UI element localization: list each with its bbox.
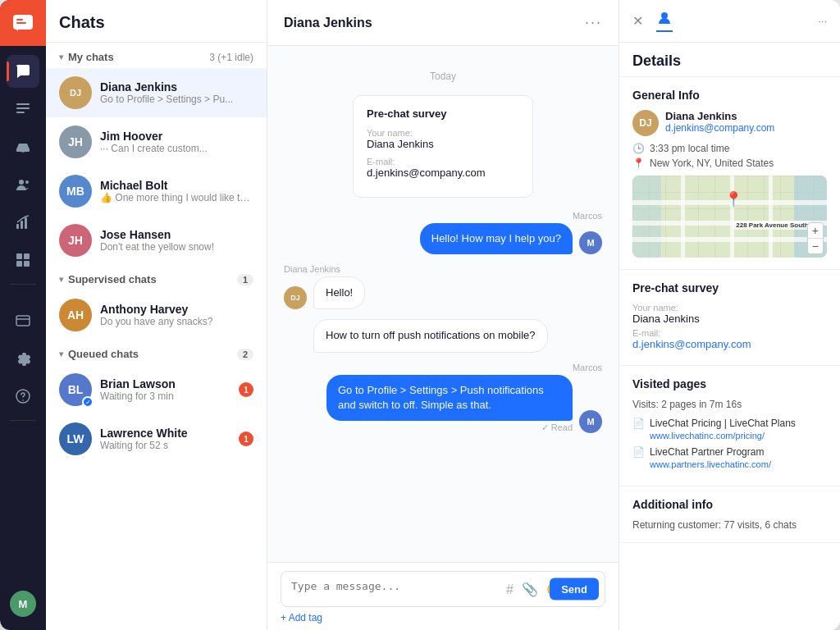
sidebar: Chats ▾ My chats 3 (+1 idle) DJ Diana Je…	[46, 0, 267, 630]
apps-icon	[15, 252, 31, 268]
badge-lawrence: 1	[239, 431, 253, 446]
visited-page-url-2[interactable]: www.partners.livechatinc.com/	[650, 459, 771, 469]
page-icon-2: 📄	[632, 446, 645, 458]
nav-item-apps[interactable]	[7, 244, 39, 276]
chat-preview-brian: Waiting for 3 min	[100, 390, 231, 402]
supervised-chats-chevron-icon: ▾	[59, 275, 63, 284]
map-placeholder: 📍 228 Park Avenue South + −	[632, 176, 827, 258]
msg-bubble-m2: Hello!	[313, 276, 365, 309]
hashtag-icon[interactable]: #	[506, 582, 514, 596]
info-name: Diana Jenkins	[665, 110, 774, 122]
nav-item-inbox[interactable]	[7, 130, 39, 163]
chat-item-anthony[interactable]: AH Anthony Harvey Do you have any snacks…	[46, 290, 267, 340]
svg-rect-2	[16, 22, 26, 24]
supervised-chats-label: Supervised chats	[68, 273, 157, 285]
supervised-chats-label-group: ▾ Supervised chats	[59, 273, 157, 285]
input-area: # 📎 🙂 Send + Add tag	[267, 562, 619, 630]
chat-name-diana: Diana Jenkins	[100, 80, 253, 94]
map-grid: 📍 228 Park Avenue South + −	[632, 176, 827, 258]
tab-details[interactable]	[656, 10, 673, 32]
chat-item-michael[interactable]: MB Michael Bolt 👍 One more thing I would…	[46, 167, 267, 216]
avatar-jose: JH	[59, 224, 92, 257]
chat-header-more-button[interactable]: ···	[585, 14, 602, 31]
nav-user-avatar[interactable]: M	[10, 591, 36, 617]
supervised-chats-count: 1	[237, 274, 253, 285]
msg-read-m4: ✓ Read	[326, 422, 573, 433]
svg-rect-13	[16, 261, 22, 267]
visited-pages-section: Visited pages Visits: 2 pages in 7m 16s …	[619, 366, 840, 486]
map-zoom-controls: + −	[807, 222, 824, 254]
survey-name-value: Diana Jenkins	[632, 313, 827, 325]
msg-bubble-m1: Hello! How may I help you?	[420, 223, 573, 254]
map-water-west	[632, 176, 661, 258]
returning-customer-info: Returning customer: 77 visits, 6 chats	[632, 519, 827, 531]
add-tag-button[interactable]: + Add tag	[281, 612, 605, 623]
chat-preview-jim: ··· Can I create custom...	[100, 143, 253, 154]
visited-page-title-1: LiveChat Pricing | LiveChat Plans	[650, 417, 796, 431]
person-icon	[656, 10, 673, 26]
nav-item-team[interactable]	[7, 168, 39, 201]
nav-item-analytics[interactable]	[7, 206, 39, 239]
team-icon	[15, 176, 31, 193]
chat-preview-michael: 👍 One more thing I would like to a...	[100, 192, 253, 203]
date-divider: Today	[284, 71, 602, 82]
nav-bar: M	[0, 0, 46, 630]
svg-rect-8	[16, 224, 19, 229]
avatar-m4: M	[579, 410, 602, 433]
map-zoom-out-button[interactable]: −	[808, 239, 823, 253]
nav-icons	[7, 46, 39, 586]
msg-sender-m2: Diana Jenkins	[284, 264, 602, 274]
chat-item-jose[interactable]: JH Jose Hansen Don't eat the yellow snow…	[46, 216, 267, 265]
right-panel-tabs: ✕	[632, 10, 673, 32]
nav-item-window[interactable]	[7, 304, 39, 337]
svg-rect-5	[16, 112, 25, 113]
right-panel: ✕ ··· Details General Info DJ Diana Jenk…	[619, 0, 840, 630]
svg-point-6	[19, 180, 24, 185]
panel-more-button[interactable]: ···	[818, 15, 827, 27]
survey-email-value[interactable]: d.jenkins@company.com	[632, 338, 827, 350]
visited-page-title-2: LiveChat Partner Program	[650, 445, 771, 459]
chat-item-jim[interactable]: JH Jim Hoover ··· Can I create custom...	[46, 117, 267, 167]
queued-chats-chevron-icon: ▾	[59, 349, 63, 358]
chat-list: ▾ My chats 3 (+1 idle) DJ Diana Jenkins …	[46, 43, 267, 630]
nav-bottom: M	[10, 586, 36, 630]
map-road-v2	[730, 176, 734, 258]
nav-item-chats[interactable]	[7, 55, 39, 88]
nav-item-settings[interactable]	[7, 342, 39, 375]
info-avatar-diana: DJ	[632, 110, 659, 136]
svg-rect-12	[24, 253, 30, 259]
survey-email-row: E-mail: d.jenkins@company.com	[632, 328, 827, 350]
input-row: # 📎 🙂 Send	[281, 571, 605, 607]
info-time-row: 🕒 3:33 pm local time	[632, 143, 827, 154]
survey-name-row: Your name: Diana Jenkins	[632, 303, 827, 325]
map-street-label: 228 Park Avenue South	[733, 221, 810, 230]
general-info-section: General Info DJ Diana Jenkins d.jenkins@…	[619, 77, 840, 270]
nav-logo[interactable]	[0, 0, 46, 46]
info-time: 3:33 pm local time	[650, 143, 729, 154]
nav-item-help[interactable]	[7, 380, 39, 413]
avatar-m1: M	[579, 231, 602, 254]
my-chats-section-header[interactable]: ▾ My chats 3 (+1 idle)	[46, 43, 267, 68]
chat-item-brian[interactable]: BL ✓ Brian Lawson Waiting for 3 min 1	[46, 365, 267, 414]
queued-chats-section-header[interactable]: ▾ Queued chats 2	[46, 340, 267, 365]
chat-preview-jose: Don't eat the yellow snow!	[100, 241, 253, 253]
info-email[interactable]: d.jenkins@company.com	[665, 122, 774, 134]
chat-preview-anthony: Do you have any snacks?	[100, 316, 253, 327]
chat-icon	[15, 63, 31, 80]
nav-item-reports[interactable]	[7, 93, 39, 126]
panel-close-button[interactable]: ✕	[632, 13, 643, 29]
visited-page-url-1[interactable]: www.livechatinc.com/pricing/	[650, 431, 796, 441]
pre-chat-survey-card: Pre-chat survey Your name: Diana Jenkins…	[353, 95, 533, 198]
map-zoom-in-button[interactable]: +	[808, 223, 823, 239]
send-button[interactable]: Send	[550, 578, 599, 600]
attachment-icon[interactable]: 📎	[522, 582, 538, 597]
chat-preview-lawrence: Waiting for 52 s	[100, 440, 231, 451]
visited-page-info-2: LiveChat Partner Program www.partners.li…	[650, 445, 771, 469]
chat-item-diana[interactable]: DJ Diana Jenkins Go to Profile > Setting…	[46, 68, 267, 117]
message-row-m1: M Hello! How may I help you?	[284, 223, 602, 254]
chat-info-jim: Jim Hoover ··· Can I create custom...	[100, 130, 253, 154]
visited-pages-title: Visited pages	[632, 377, 827, 390]
supervised-chats-section-header[interactable]: ▾ Supervised chats 1	[46, 265, 267, 290]
svg-rect-15	[16, 316, 30, 326]
chat-item-lawrence[interactable]: LW Lawrence White Waiting for 52 s 1	[46, 414, 267, 463]
